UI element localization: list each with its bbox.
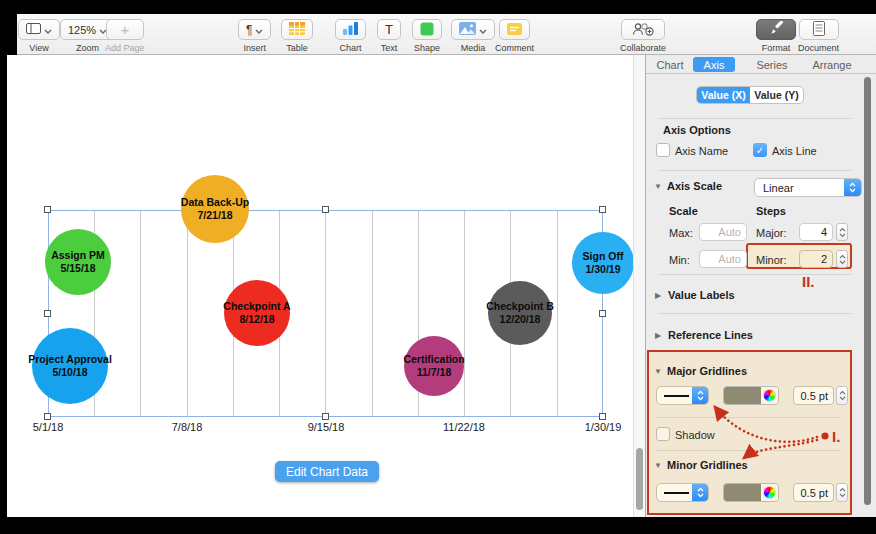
tab-axis[interactable]: Axis xyxy=(693,57,735,72)
format-button[interactable] xyxy=(756,19,796,40)
bubble-project-approval[interactable]: Project Approval 5/10/18 xyxy=(32,328,108,404)
collaborate-label: Collaborate xyxy=(620,43,666,53)
min-field[interactable]: Auto xyxy=(699,250,747,268)
selection-handle[interactable] xyxy=(44,413,51,420)
disclosure-triangle-down-icon[interactable]: ▼ xyxy=(654,367,662,376)
minor-gridline-width-stepper[interactable] xyxy=(836,483,848,502)
bubble-date: 5/10/18 xyxy=(52,366,87,379)
bubble-checkpoint-b[interactable]: Checkpoint B 12/20/18 xyxy=(488,281,552,345)
tab-arrange[interactable]: Arrange xyxy=(806,57,858,72)
shadow-checkbox[interactable] xyxy=(656,427,670,441)
chart-group: Chart xyxy=(335,19,366,53)
shape-label: Shape xyxy=(414,43,440,53)
selection-handle[interactable] xyxy=(599,206,606,213)
text-label: Text xyxy=(381,43,398,53)
segment-value-y[interactable]: Value (Y) xyxy=(750,87,803,103)
bubble-sign-off[interactable]: Sign Off 1/30/19 xyxy=(572,232,634,294)
major-steps-stepper[interactable] xyxy=(836,223,848,241)
comment-group: Comment xyxy=(495,19,534,53)
minor-gridline-width-value: 0.5 pt xyxy=(800,487,828,499)
canvas-scrollbar-track[interactable] xyxy=(633,55,645,517)
bubble-label: Certification xyxy=(403,353,464,366)
minor-gridline-style-dropdown[interactable] xyxy=(656,483,709,502)
chart-label: Chart xyxy=(339,43,361,53)
collaborate-group: Collaborate xyxy=(620,19,666,53)
divider xyxy=(656,450,841,451)
chevron-down-icon xyxy=(479,24,487,36)
divider xyxy=(659,274,851,275)
disclosure-triangle-down-icon[interactable]: ▼ xyxy=(654,182,662,191)
bubble-label: Checkpoint A xyxy=(223,300,290,313)
view-button[interactable] xyxy=(18,19,60,40)
collaborate-button[interactable] xyxy=(621,19,665,40)
x-axis-tick-label: 9/15/18 xyxy=(294,421,358,433)
document-button[interactable] xyxy=(799,19,839,40)
pilcrow-icon: ¶ xyxy=(246,23,252,37)
value-labels-section: Value Labels xyxy=(668,289,735,301)
x-axis-tick-label: 11/22/18 xyxy=(432,421,496,433)
minor-steps-field[interactable]: 2 xyxy=(799,250,833,268)
media-button[interactable] xyxy=(451,19,495,40)
bubble-checkpoint-a[interactable]: Checkpoint A 8/12/18 xyxy=(224,280,290,346)
axis-scale-value: Linear xyxy=(763,182,794,194)
tab-chart[interactable]: Chart xyxy=(652,57,688,72)
major-gridline-width-field[interactable]: 0.5 pt xyxy=(793,386,834,405)
major-gridline-width-stepper[interactable] xyxy=(836,386,848,405)
disclosure-triangle-right-icon[interactable]: ▶ xyxy=(655,291,661,300)
dropdown-stepper-icon xyxy=(692,387,708,404)
document-canvas[interactable]: Project Approval 5/10/18 Assign PM 5/15/… xyxy=(7,55,645,517)
bubble-data-back-up[interactable]: Data Back-Up 7/21/18 xyxy=(181,175,249,243)
segment-value-x[interactable]: Value (X) xyxy=(697,87,750,103)
minor-steps-stepper[interactable] xyxy=(836,250,848,268)
toolbar: View 125% Zoom + Add Page ¶ Insert Table… xyxy=(17,14,876,55)
plus-icon: + xyxy=(120,22,129,37)
add-page-button[interactable]: + xyxy=(106,19,144,40)
view-label: View xyxy=(29,43,48,53)
min-placeholder: Auto xyxy=(718,253,741,265)
tab-series[interactable]: Series xyxy=(750,57,794,72)
axis-scale-dropdown[interactable]: Linear xyxy=(754,178,862,197)
canvas-scrollbar-thumb[interactable] xyxy=(636,448,643,510)
x-axis-tick-label: 1/30/19 xyxy=(571,421,635,433)
disclosure-triangle-down-icon[interactable]: ▼ xyxy=(654,461,662,470)
bubble-certification[interactable]: Certification 11/7/18 xyxy=(404,336,464,396)
table-button[interactable] xyxy=(281,19,313,40)
selection-handle[interactable] xyxy=(44,310,51,317)
color-wheel-button[interactable] xyxy=(761,484,778,501)
document-label: Document xyxy=(798,43,839,53)
insert-button[interactable]: ¶ xyxy=(238,19,271,40)
max-field[interactable]: Auto xyxy=(699,223,747,241)
x-axis-tick-label: 5/1/18 xyxy=(16,421,80,433)
add-page-group: + Add Page xyxy=(105,19,145,53)
disclosure-triangle-right-icon[interactable]: ▶ xyxy=(655,331,661,340)
selection-handle[interactable] xyxy=(599,310,606,317)
zoom-label: Zoom xyxy=(76,43,99,53)
major-gridline-color-well[interactable] xyxy=(723,386,779,405)
selection-handle[interactable] xyxy=(322,413,329,420)
selection-handle[interactable] xyxy=(44,206,51,213)
minor-gridline-width-field[interactable]: 0.5 pt xyxy=(793,483,834,502)
selection-handle[interactable] xyxy=(599,413,606,420)
sidebar-scrollbar-thumb[interactable] xyxy=(864,77,871,505)
axis-name-checkbox[interactable] xyxy=(656,143,670,157)
major-steps-field[interactable]: 4 xyxy=(799,223,833,241)
insert-group: ¶ Insert xyxy=(238,19,271,53)
text-button[interactable]: T xyxy=(377,19,401,40)
check-icon: ✓ xyxy=(756,145,764,156)
color-wheel-button[interactable] xyxy=(761,387,778,404)
major-gridline-width-value: 0.5 pt xyxy=(800,390,828,402)
inspector-tab-bar: Chart Axis Series Arrange xyxy=(646,55,876,74)
minor-gridline-color-well[interactable] xyxy=(723,483,779,502)
bubble-label: Assign PM xyxy=(51,249,105,262)
comment-button[interactable] xyxy=(499,19,530,40)
edit-chart-data-button[interactable]: Edit Chart Data xyxy=(275,461,379,482)
axis-line-checkbox[interactable]: ✓ xyxy=(753,143,767,157)
x-axis-tick-label: 7/8/18 xyxy=(155,421,219,433)
shape-button[interactable] xyxy=(412,19,442,40)
chart-button[interactable] xyxy=(335,19,366,40)
major-gridline-style-dropdown[interactable] xyxy=(656,386,709,405)
axis-name-label: Axis Name xyxy=(675,145,728,157)
bubble-assign-pm[interactable]: Assign PM 5/15/18 xyxy=(45,229,111,295)
format-label: Format xyxy=(762,43,791,53)
selection-handle[interactable] xyxy=(322,206,329,213)
